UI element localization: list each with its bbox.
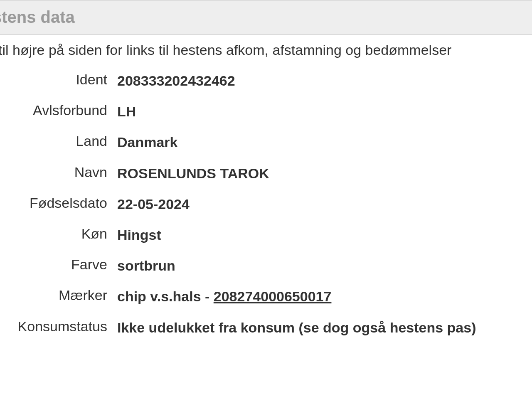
row-maerker: Mærker chip v.s.hals - 208274000650017 xyxy=(0,287,532,305)
row-konsumstatus: Konsumstatus Ikke udelukket fra konsum (… xyxy=(0,318,532,337)
label-land: Land xyxy=(0,133,107,149)
value-avlsforbund: LH xyxy=(107,102,136,121)
row-ident: Ident 208333202432462 xyxy=(0,71,532,90)
row-kon: Køn Hingst xyxy=(0,226,532,244)
value-farve: sortbrun xyxy=(107,256,175,275)
value-ident: 208333202432462 xyxy=(107,71,235,90)
row-fodselsdato: Fødselsdato 22-05-2024 xyxy=(0,195,532,213)
row-farve: Farve sortbrun xyxy=(0,256,532,275)
label-maerker: Mærker xyxy=(0,287,107,303)
value-fodselsdato: 22-05-2024 xyxy=(107,195,190,213)
value-konsumstatus: Ikke udelukket fra konsum (se dog også h… xyxy=(107,318,476,337)
row-avlsforbund: Avlsforbund LH xyxy=(0,102,532,121)
label-navn: Navn xyxy=(0,164,107,180)
value-maerker: chip v.s.hals - 208274000650017 xyxy=(107,287,331,305)
section-title: stens data xyxy=(0,8,532,27)
value-kon: Hingst xyxy=(107,226,161,244)
label-kon: Køn xyxy=(0,226,107,242)
row-navn: Navn ROSENLUNDS TAROK xyxy=(0,164,532,182)
label-farve: Farve xyxy=(0,256,107,273)
label-fodselsdato: Fødselsdato xyxy=(0,195,107,211)
label-avlsforbund: Avlsforbund xyxy=(0,102,107,118)
value-navn: ROSENLUNDS TAROK xyxy=(107,164,269,182)
horse-data-table: Ident 208333202432462 Avlsforbund LH Lan… xyxy=(0,71,532,337)
intro-text: til højre på siden for links til hestens… xyxy=(0,34,532,62)
maerker-prefix: chip v.s.hals - xyxy=(117,288,214,304)
label-konsumstatus: Konsumstatus xyxy=(0,318,107,335)
label-ident: Ident xyxy=(0,71,107,88)
chip-link[interactable]: 208274000650017 xyxy=(214,288,332,304)
value-land: Danmark xyxy=(107,133,178,151)
row-land: Land Danmark xyxy=(0,133,532,151)
section-header: stens data xyxy=(0,0,532,34)
